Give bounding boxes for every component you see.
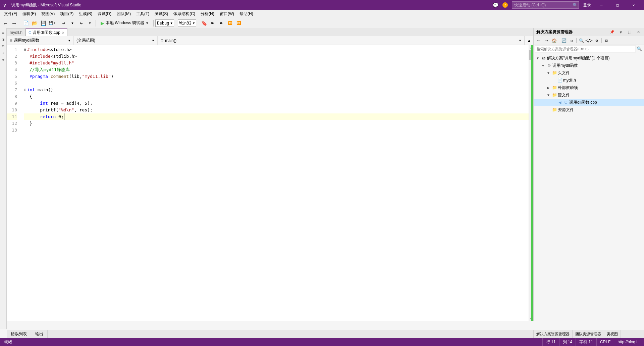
menu-item-C[interactable]: 体系结构(C) [171, 10, 198, 18]
nav-expand-button[interactable]: ▲ [525, 36, 533, 45]
solution-explorer-back[interactable]: ⟵ [535, 37, 542, 44]
panel-float-button[interactable]: ⬚ [627, 29, 633, 35]
panel-pin-button[interactable]: 📌 [609, 29, 615, 35]
solution-search-icon-button[interactable]: 🔍 [636, 46, 643, 52]
tree-expand-ext-deps[interactable]: ▶ [546, 85, 551, 90]
solution-explorer-sync[interactable]: 🔄 [560, 37, 568, 44]
tree-folder-headers[interactable]: ▼ 📁 头文件 [534, 69, 644, 77]
tab-error-list-label: 错误列表 [11, 331, 27, 337]
code-line-13 [24, 127, 529, 134]
menu-item-T[interactable]: 工具(T) [133, 10, 152, 18]
sidebar-icon-2[interactable]: ◨ [0, 36, 6, 42]
rpbt-solution-explorer[interactable]: 解决方案资源管理器 [534, 330, 573, 338]
tree-file-mydll-h[interactable]: 📄 mydll.h [534, 77, 644, 84]
restore-button[interactable]: □ [610, 0, 625, 10]
toolbar-btn-1[interactable]: ⏮ [209, 19, 217, 27]
scope-dropdown[interactable]: ⊞ 调用mydll函数 ▼ [7, 36, 74, 45]
solution-explorer-forward[interactable]: ⟶ [543, 37, 550, 44]
config-dropdown[interactable]: Debug ▼ [155, 19, 174, 27]
menu-item-E[interactable]: 编辑(E) [20, 10, 39, 18]
panel-menu-button[interactable]: ▼ [618, 29, 624, 35]
tree-expand-sources[interactable]: ▼ [546, 92, 551, 98]
toolbar-btn-3[interactable]: ⏪ [226, 19, 234, 27]
tab-error-list[interactable]: 错误列表 [7, 330, 31, 338]
new-file-button[interactable]: 📄 [22, 19, 30, 27]
undo-button[interactable]: ↩ [60, 19, 68, 27]
menu-item-S[interactable]: 测试(S) [152, 10, 171, 18]
tree-file-dll-cpp[interactable]: ◀ C 调用dll函数.cpp [534, 99, 644, 106]
tree-project[interactable]: ▼ ⚙ 调用mydll函数 [534, 62, 644, 69]
sidebar-icon-3[interactable]: ⊞ [0, 43, 6, 49]
token-paren-5: (lib, [69, 73, 82, 80]
menu-item-N[interactable]: 分析(N) [198, 10, 217, 18]
notification-icon[interactable]: 💬 [493, 2, 498, 8]
forward-button[interactable]: ⟶ [10, 19, 18, 27]
collapse-1[interactable]: ⊟ [24, 46, 26, 53]
sign-in-button[interactable]: 登录 [583, 2, 591, 8]
code-editor[interactable]: 1 2 3 4 5 6 7 8 9 10 11 12 13 ⊟#include<… [7, 45, 533, 321]
solution-explorer-code-view[interactable]: </> [585, 37, 593, 44]
menu-item-B[interactable]: 生成(B) [76, 10, 95, 18]
collapse-7[interactable]: ⊟ [24, 87, 26, 93]
code-line-11: return 0; [24, 113, 529, 120]
run-dropdown[interactable]: ▼ [146, 21, 149, 25]
cpp-file-icon: C [563, 100, 569, 105]
menu-item-M[interactable]: 团队(M) [114, 10, 133, 18]
sidebar-icon-5[interactable]: ◈ [0, 56, 6, 62]
undo-dropdown[interactable]: ▼ [68, 19, 76, 27]
sidebar-icon-4[interactable]: ✦ [0, 50, 6, 56]
token-pragma-5: #pragma [30, 73, 48, 80]
tab-dll-cpp[interactable]: C 调用dll函数.cpp ✕ [25, 29, 67, 36]
tab-output[interactable]: 输出 [31, 330, 48, 338]
tree-expand-headers[interactable]: ▼ [546, 70, 551, 76]
solution-explorer-filter[interactable]: 🔍 [578, 37, 585, 44]
scope-chevron: ▼ [68, 39, 71, 42]
toolbar-btn-2[interactable]: ⏭ [217, 19, 225, 27]
function-dropdown[interactable]: ⚙ main() ▼ [158, 36, 525, 45]
menu-item-H[interactable]: 帮助(H) [237, 10, 256, 18]
toolbar-separator-2 [58, 20, 58, 27]
tree-expand-project[interactable]: ▼ [540, 63, 546, 68]
platform-dropdown[interactable]: Win32 ▼ [178, 19, 197, 27]
token-str-10: "%d\n" [58, 107, 74, 113]
menu-item-F[interactable]: 文件(F) [1, 10, 20, 18]
redo-dropdown[interactable]: ▼ [86, 19, 94, 27]
title-bar: V 调用mydll函数 - Microsoft Visual Studio 💬 … [0, 0, 644, 10]
run-button[interactable]: ▶ 本地 Windows 调试器 ▼ [98, 19, 152, 27]
menu-item-W[interactable]: 窗口(W) [217, 10, 237, 18]
solution-explorer-home[interactable]: 🏠 [550, 37, 558, 44]
tree-expand-root[interactable]: ▼ [535, 55, 540, 61]
tree-folder-ext-deps[interactable]: ▶ 📁 外部依赖项 [534, 84, 644, 91]
context-dropdown[interactable]: (全局范围) ▼ [74, 36, 158, 45]
solution-search-input[interactable] [535, 46, 636, 52]
quick-search-input[interactable] [512, 1, 579, 9]
menu-item-D[interactable]: 调试(D) [95, 10, 114, 18]
menu-item-V[interactable]: 视图(V) [39, 10, 57, 18]
code-line-10: printf("%d\n", res); [24, 107, 529, 113]
tree-folder-sources[interactable]: ▼ 📁 源文件 [534, 91, 644, 99]
tree-folder-resources[interactable]: 📁 资源文件 [534, 106, 644, 113]
sidebar-icon-1[interactable]: ≡ [0, 30, 6, 36]
bookmark-button[interactable]: 🔖 [200, 19, 208, 27]
tab-mydll-h[interactable]: mydll.h [7, 29, 25, 36]
redo-button[interactable]: ↪ [77, 19, 85, 27]
back-button[interactable]: ⟵ [1, 19, 9, 27]
solution-explorer-refresh[interactable]: ↺ [568, 37, 575, 44]
code-content[interactable]: ⊟#include<stdio.h> #include<stdlib.h> #i… [20, 45, 529, 321]
rpbt-team-explorer[interactable]: 团队资源管理器 [573, 330, 604, 338]
open-button[interactable]: 📂 [31, 19, 39, 27]
minimize-button[interactable]: ─ [594, 0, 609, 10]
solution-explorer-properties[interactable]: ⚙ [593, 37, 600, 44]
menu-item-P[interactable]: 项目(P) [57, 10, 76, 18]
tab-close-button[interactable]: ✕ [62, 31, 64, 35]
tree-root[interactable]: ▼ 🗂 解决方案"调用mydll函数"(1 个项目) [534, 54, 644, 62]
panel-close-button[interactable]: ✕ [635, 29, 641, 35]
rpbt-class-view[interactable]: 类视图 [604, 330, 621, 338]
toolbar-btn-4[interactable]: ⏩ [235, 19, 243, 27]
save-button[interactable]: 💾 [39, 19, 47, 27]
solution-explorer-collapse-all[interactable]: ⊟ [603, 37, 610, 44]
save-all-button[interactable]: 💾+ [48, 19, 56, 27]
run-label: 本地 Windows 调试器 [106, 20, 144, 26]
close-button[interactable]: ✕ [626, 0, 641, 10]
spaces-9 [30, 100, 40, 107]
